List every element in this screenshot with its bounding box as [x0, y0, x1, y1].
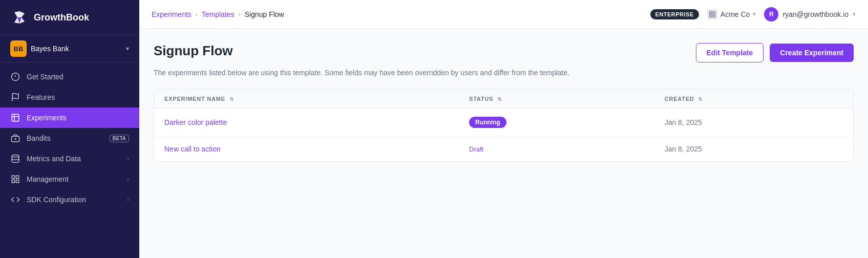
svg-rect-14: [710, 15, 712, 17]
growthbook-logo-icon: [10, 8, 29, 27]
sidebar-nav: Get Started Features Experiments Bandits…: [0, 62, 139, 258]
enterprise-badge: ENTERPRISE: [650, 9, 699, 19]
bandits-icon: [10, 133, 20, 143]
col-created[interactable]: CREATED ⇅: [654, 90, 853, 109]
topbar: Experiments › Templates › Signup Flow EN…: [139, 0, 868, 29]
svg-rect-11: [710, 11, 712, 13]
svg-rect-7: [12, 176, 14, 178]
experiment-link-1[interactable]: Darker color palette: [164, 118, 227, 126]
breadcrumb: Experiments › Templates › Signup Flow: [152, 10, 284, 18]
metrics-arrow-icon: ›: [127, 155, 129, 162]
org-switcher[interactable]: BB Bayes Bank ▾: [0, 35, 139, 62]
org-selector[interactable]: Acme Co ▾: [707, 9, 756, 19]
org-chevron-icon: ▾: [126, 45, 129, 52]
org-selector-icon: [707, 9, 717, 19]
sidebar-item-bandits-label: Bandits: [27, 134, 103, 142]
experiment-status-cell: Draft: [459, 137, 654, 162]
experiment-created-1: Jan 8, 2025: [665, 118, 702, 126]
sdk-arrow-icon: ›: [127, 196, 129, 203]
experiment-link-2[interactable]: New call to action: [164, 145, 221, 153]
org-avatar: BB: [10, 40, 27, 57]
user-email: ryan@growthbook.io: [782, 10, 849, 18]
svg-rect-8: [16, 176, 19, 178]
experiments-table-container: EXPERIMENT NAME ⇅ STATUS ⇅ CREATED ⇅: [154, 89, 854, 162]
sidebar-item-sdk-config[interactable]: SDK Configuration ›: [0, 189, 139, 210]
table-row: New call to action Draft Jan 8, 2025: [154, 137, 853, 162]
management-icon: [10, 174, 20, 184]
svg-rect-9: [16, 180, 19, 183]
experiment-name-cell: Darker color palette: [154, 109, 459, 137]
experiment-status-cell: Running: [459, 109, 654, 137]
user-menu-chevron-icon: ▾: [853, 11, 856, 17]
sidebar-item-experiments-label: Experiments: [27, 114, 129, 122]
bandits-beta-badge: BETA: [110, 135, 129, 142]
experiments-table: EXPERIMENT NAME ⇅ STATUS ⇅ CREATED ⇅: [154, 90, 853, 161]
page-title: Signup Flow: [154, 43, 233, 59]
svg-rect-13: [713, 15, 715, 17]
status-badge-draft: Draft: [469, 145, 483, 153]
sidebar-item-get-started-label: Get Started: [27, 73, 129, 81]
sidebar-header: GrowthBook: [0, 0, 139, 35]
col-experiment-name[interactable]: EXPERIMENT NAME ⇅: [154, 90, 459, 109]
table-header: EXPERIMENT NAME ⇅ STATUS ⇅ CREATED ⇅: [154, 90, 853, 109]
create-experiment-button[interactable]: Create Experiment: [770, 44, 854, 62]
experiment-created-cell: Jan 8, 2025: [654, 109, 853, 137]
org-name: Bayes Bank: [31, 45, 122, 53]
sort-created-icon: ⇅: [698, 96, 703, 102]
breadcrumb-templates-link[interactable]: Templates: [202, 10, 235, 18]
sidebar-item-experiments[interactable]: Experiments: [0, 107, 139, 128]
experiments-icon: [10, 113, 20, 123]
sidebar-logo: GrowthBook: [10, 8, 89, 27]
table-row: Darker color palette Running Jan 8, 2025: [154, 109, 853, 137]
logo-text: GrowthBook: [34, 12, 89, 23]
metrics-icon: [10, 154, 20, 164]
svg-rect-10: [12, 180, 14, 183]
sort-status-icon: ⇅: [497, 96, 502, 102]
experiment-created-cell: Jan 8, 2025: [654, 137, 853, 162]
org-selector-name: Acme Co: [721, 10, 750, 18]
edit-template-button[interactable]: Edit Template: [696, 43, 764, 62]
sidebar-item-bandits[interactable]: Bandits BETA: [0, 128, 139, 148]
sidebar-item-features-label: Features: [27, 93, 129, 101]
org-selector-chevron-icon: ▾: [753, 11, 756, 17]
management-arrow-icon: ›: [127, 176, 129, 183]
col-status[interactable]: STATUS ⇅: [459, 90, 654, 109]
svg-rect-12: [713, 11, 715, 13]
experiment-name-cell: New call to action: [154, 137, 459, 162]
svg-point-6: [12, 155, 19, 158]
breadcrumb-experiments-link[interactable]: Experiments: [152, 10, 192, 18]
sidebar: GrowthBook BB Bayes Bank ▾ Get Started F…: [0, 0, 139, 258]
page-header: Signup Flow Edit Template Create Experim…: [154, 43, 854, 62]
sidebar-item-get-started[interactable]: Get Started: [0, 67, 139, 87]
page-body: Signup Flow Edit Template Create Experim…: [139, 29, 868, 258]
sidebar-item-features[interactable]: Features: [0, 87, 139, 107]
sidebar-item-management[interactable]: Management ›: [0, 169, 139, 189]
get-started-icon: [10, 72, 20, 82]
user-menu[interactable]: R ryan@growthbook.io ▾: [764, 7, 856, 22]
page-actions: Edit Template Create Experiment: [696, 43, 854, 62]
topbar-right: ENTERPRISE Acme Co ▾ R ryan@growthbook.i…: [650, 7, 856, 22]
experiment-created-2: Jan 8, 2025: [665, 145, 702, 153]
sdk-config-icon: [10, 195, 20, 205]
page-description: The experiments listed below are using t…: [154, 69, 854, 77]
status-badge-running: Running: [469, 117, 506, 128]
main-content: Experiments › Templates › Signup Flow EN…: [139, 0, 868, 258]
sidebar-item-management-label: Management: [27, 175, 121, 183]
features-icon: [10, 92, 20, 102]
sidebar-item-sdk-label: SDK Configuration: [27, 196, 121, 204]
sort-name-icon: ⇅: [229, 96, 234, 102]
breadcrumb-sep-2: ›: [239, 11, 241, 18]
sidebar-item-metrics-label: Metrics and Data: [27, 155, 121, 163]
breadcrumb-sep-1: ›: [196, 11, 198, 18]
user-avatar: R: [764, 7, 778, 22]
breadcrumb-current-page: Signup Flow: [245, 10, 284, 18]
table-body: Darker color palette Running Jan 8, 2025…: [154, 109, 853, 162]
sidebar-item-metrics[interactable]: Metrics and Data ›: [0, 148, 139, 169]
